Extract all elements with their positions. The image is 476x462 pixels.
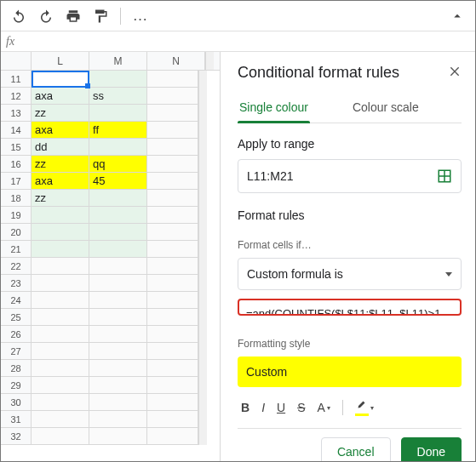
cell-L32[interactable] [32, 428, 89, 445]
cell-N22[interactable] [147, 258, 198, 275]
row-header[interactable]: 25 [1, 309, 32, 326]
row-header[interactable]: 20 [1, 224, 32, 241]
row-header[interactable]: 19 [1, 207, 32, 224]
cell-N20[interactable] [147, 224, 198, 241]
row-header[interactable]: 17 [1, 173, 32, 190]
cell-M23[interactable] [89, 275, 147, 292]
cell-N25[interactable] [147, 309, 198, 326]
cell-M17[interactable]: 45 [89, 173, 147, 190]
cell-L12[interactable]: axa [32, 88, 89, 105]
row-header[interactable]: 28 [1, 360, 32, 377]
cell-M24[interactable] [89, 292, 147, 309]
row-header[interactable]: 30 [1, 394, 32, 411]
fill-color-button[interactable]: ▾ [355, 399, 374, 416]
grid[interactable]: 1112axass13zz14axaff15dd16zzqq17axa4518z… [1, 71, 220, 445]
close-button[interactable] [448, 65, 462, 81]
row-header[interactable]: 15 [1, 139, 32, 156]
row-header[interactable]: 14 [1, 122, 32, 139]
cell-M18[interactable] [89, 190, 147, 207]
cell-M28[interactable] [89, 360, 147, 377]
cell-M19[interactable] [89, 207, 147, 224]
cell-L17[interactable]: axa [32, 173, 89, 190]
cell-L29[interactable] [32, 377, 89, 394]
row-header[interactable]: 26 [1, 326, 32, 343]
cell-N14[interactable] [147, 122, 198, 139]
cell-N23[interactable] [147, 275, 198, 292]
cell-M30[interactable] [89, 394, 147, 411]
cell-L25[interactable] [32, 309, 89, 326]
bold-button[interactable]: B [241, 401, 249, 414]
cell-M25[interactable] [89, 309, 147, 326]
col-header-N[interactable]: N [147, 52, 205, 70]
cell-L11[interactable] [32, 71, 89, 88]
style-preview[interactable]: Custom [238, 356, 462, 387]
cell-M12[interactable]: ss [89, 88, 147, 105]
cell-L16[interactable]: zz [32, 156, 89, 173]
cell-N15[interactable] [147, 139, 198, 156]
cell-N30[interactable] [147, 394, 198, 411]
cell-L28[interactable] [32, 360, 89, 377]
grid-icon[interactable] [437, 168, 452, 184]
cell-M27[interactable] [89, 343, 147, 360]
row-header[interactable]: 27 [1, 343, 32, 360]
cell-L21[interactable] [32, 241, 89, 258]
row-header[interactable]: 21 [1, 241, 32, 258]
row-header[interactable]: 23 [1, 275, 32, 292]
cell-L27[interactable] [32, 343, 89, 360]
cell-M20[interactable] [89, 224, 147, 241]
tab-single-colour[interactable]: Single colour [238, 94, 310, 123]
cell-L14[interactable]: axa [32, 122, 89, 139]
row-header[interactable]: 13 [1, 105, 32, 122]
paint-format-button[interactable] [89, 5, 112, 27]
cell-L15[interactable]: dd [32, 139, 89, 156]
collapse-button[interactable] [446, 5, 468, 27]
cell-L13[interactable]: zz [32, 105, 89, 122]
row-header[interactable]: 29 [1, 377, 32, 394]
cell-L22[interactable] [32, 258, 89, 275]
done-button[interactable]: Done [401, 437, 462, 461]
row-header[interactable]: 24 [1, 292, 32, 309]
print-button[interactable] [62, 5, 84, 27]
redo-button[interactable] [35, 5, 57, 27]
more-button[interactable]: … [129, 5, 152, 27]
cell-M11[interactable] [89, 71, 147, 88]
cell-N21[interactable] [147, 241, 198, 258]
cell-L26[interactable] [32, 326, 89, 343]
cell-L18[interactable]: zz [32, 190, 89, 207]
formula-bar[interactable]: fx [1, 31, 475, 52]
cell-M22[interactable] [89, 258, 147, 275]
row-header[interactable]: 12 [1, 88, 32, 105]
strike-button[interactable]: S [297, 401, 305, 414]
cell-N28[interactable] [147, 360, 198, 377]
cell-M13[interactable] [89, 105, 147, 122]
corner-cell[interactable] [1, 52, 32, 70]
row-header[interactable]: 11 [1, 71, 32, 88]
formula-input[interactable]: =and(COUNTIFS($L$11:$L11, $L11)>1, [238, 299, 462, 316]
cell-N18[interactable] [147, 190, 198, 207]
cell-N16[interactable] [147, 156, 198, 173]
cell-L20[interactable] [32, 224, 89, 241]
cell-M15[interactable] [89, 139, 147, 156]
cancel-button[interactable]: Cancel [321, 437, 391, 461]
cell-N27[interactable] [147, 343, 198, 360]
range-input[interactable]: L11:M21 [238, 159, 462, 193]
cell-N32[interactable] [147, 428, 198, 445]
cell-N29[interactable] [147, 377, 198, 394]
row-header[interactable]: 31 [1, 411, 32, 428]
cell-M14[interactable]: ff [89, 122, 147, 139]
cell-L23[interactable] [32, 275, 89, 292]
row-header[interactable]: 22 [1, 258, 32, 275]
cell-N13[interactable] [147, 105, 198, 122]
col-header-M[interactable]: M [89, 52, 147, 70]
undo-button[interactable] [8, 5, 30, 27]
italic-button[interactable]: I [261, 401, 265, 414]
cell-M31[interactable] [89, 411, 147, 428]
cell-L19[interactable] [32, 207, 89, 224]
cell-L24[interactable] [32, 292, 89, 309]
cell-M29[interactable] [89, 377, 147, 394]
cell-M16[interactable]: qq [89, 156, 147, 173]
cell-M21[interactable] [89, 241, 147, 258]
tab-colour-scale[interactable]: Colour scale [351, 94, 421, 123]
row-header[interactable]: 18 [1, 190, 32, 207]
col-header-L[interactable]: L [32, 52, 89, 70]
